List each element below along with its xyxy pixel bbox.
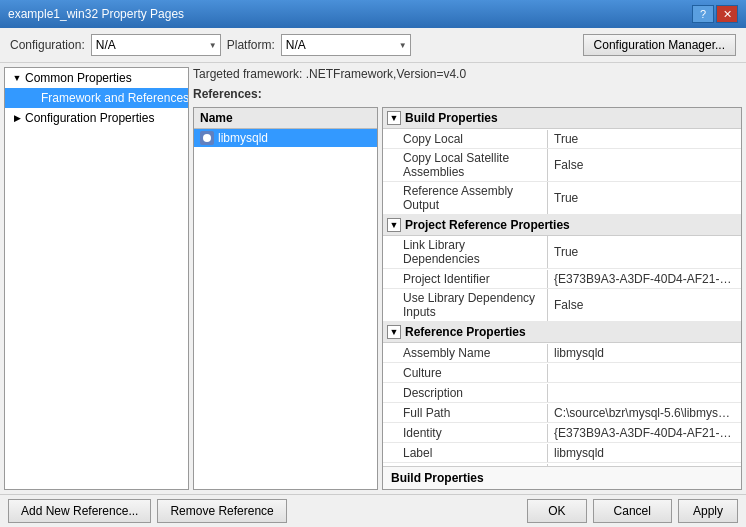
tree-label-config: Configuration Properties xyxy=(25,111,154,125)
tree-expander-common: ▼ xyxy=(9,70,25,86)
prop-value-copy-local: True xyxy=(548,130,741,148)
configuration-select[interactable]: N/A xyxy=(91,34,221,56)
tree-item-config-properties[interactable]: ▶ Configuration Properties xyxy=(5,108,188,128)
tree-expander-config: ▶ xyxy=(9,110,25,126)
references-label: References: xyxy=(193,87,742,101)
add-new-reference-button[interactable]: Add New Reference... xyxy=(8,499,151,523)
bottom-area: Add New Reference... Remove Reference OK… xyxy=(0,494,746,527)
prop-value-link-lib: True xyxy=(548,243,741,261)
title-bar: example1_win32 Property Pages ? ✕ xyxy=(0,0,746,28)
tree-label-common: Common Properties xyxy=(25,71,132,85)
prop-name-link-lib: Link Library Dependencies xyxy=(383,236,548,268)
prop-name-use-lib-dep: Use Library Dependency Inputs xyxy=(383,289,548,321)
ok-button[interactable]: OK xyxy=(527,499,586,523)
tree-expander-framework xyxy=(25,90,41,106)
prop-row-full-path: Full Path C:\source\bzr\mysql-5.6\libmys… xyxy=(383,403,741,423)
section-ref-properties[interactable]: ▼ Reference Properties xyxy=(383,322,741,343)
ref-item-libmysqld[interactable]: libmysqld xyxy=(194,129,377,147)
close-button[interactable]: ✕ xyxy=(716,5,738,23)
properties-panel: ▼ Build Properties Copy Local True Copy … xyxy=(382,107,742,490)
platform-select-wrapper: N/A xyxy=(281,34,411,56)
prop-row-copy-local: Copy Local True xyxy=(383,129,741,149)
prop-name-copy-local: Copy Local xyxy=(383,130,548,148)
prop-value-ref-assembly: True xyxy=(548,189,741,207)
cancel-button[interactable]: Cancel xyxy=(593,499,672,523)
section-toggle-project-ref[interactable]: ▼ xyxy=(387,218,401,232)
section-project-ref[interactable]: ▼ Project Reference Properties xyxy=(383,215,741,236)
ref-item-icon xyxy=(200,131,214,145)
apply-button[interactable]: Apply xyxy=(678,499,738,523)
prop-name-project-id: Project Identifier xyxy=(383,270,548,288)
prop-name-assembly: Assembly Name xyxy=(383,344,548,362)
config-row: Configuration: N/A Platform: N/A Configu… xyxy=(0,28,746,63)
prop-value-project-id: {E373B9A3-A3DF-40D4-AF21-747E8F xyxy=(548,270,741,288)
prop-value-full-path: C:\source\bzr\mysql-5.6\libmysqld\ xyxy=(548,404,741,422)
configuration-label: Configuration: xyxy=(10,38,85,52)
refs-list-header: Name xyxy=(194,108,377,129)
prop-row-assembly-name: Assembly Name libmysqld xyxy=(383,343,741,363)
help-button[interactable]: ? xyxy=(692,5,714,23)
refs-name-column: Name xyxy=(200,111,233,125)
tree-item-common-properties[interactable]: ▼ Common Properties xyxy=(5,68,188,88)
remove-reference-button[interactable]: Remove Reference xyxy=(157,499,286,523)
props-footer: Build Properties xyxy=(383,466,741,489)
ref-item-label: libmysqld xyxy=(218,131,268,145)
prop-row-copy-local-satellite: Copy Local Satellite Assemblies False xyxy=(383,149,741,182)
dialog-buttons: OK Cancel Apply xyxy=(527,499,738,523)
prop-row-project-identifier: Project Identifier {E373B9A3-A3DF-40D4-A… xyxy=(383,269,741,289)
section-title-project-ref: Project Reference Properties xyxy=(405,218,570,232)
right-panel: Targeted framework: .NETFramework,Versio… xyxy=(193,67,742,490)
prop-value-identity: {E373B9A3-A3DF-40D4-AF21-747E8F xyxy=(548,424,741,442)
prop-name-identity: Identity xyxy=(383,424,548,442)
prop-value-use-lib-dep: False xyxy=(548,296,741,314)
refs-list-body[interactable]: libmysqld xyxy=(194,129,377,489)
prop-name-label: Label xyxy=(383,444,548,462)
left-tree-panel: ▼ Common Properties Framework and Refere… xyxy=(4,67,189,490)
platform-label: Platform: xyxy=(227,38,275,52)
window-title: example1_win32 Property Pages xyxy=(8,7,184,21)
props-scroll[interactable]: ▼ Build Properties Copy Local True Copy … xyxy=(383,108,741,466)
prop-value-assembly: libmysqld xyxy=(548,344,741,362)
prop-name-copy-satellite: Copy Local Satellite Assemblies xyxy=(383,149,548,181)
section-title-ref-props: Reference Properties xyxy=(405,325,526,339)
prop-name-description: Description xyxy=(383,384,548,402)
section-build-properties[interactable]: ▼ Build Properties xyxy=(383,108,741,129)
prop-row-description: Description xyxy=(383,383,741,403)
prop-value-culture xyxy=(548,371,741,375)
tree-label-framework: Framework and References xyxy=(41,91,189,105)
prop-row-use-lib-dep-inputs: Use Library Dependency Inputs False xyxy=(383,289,741,322)
prop-row-ref-assembly-output: Reference Assembly Output True xyxy=(383,182,741,215)
prop-row-culture: Culture xyxy=(383,363,741,383)
tree-item-framework-references[interactable]: Framework and References xyxy=(5,88,188,108)
section-toggle-build[interactable]: ▼ xyxy=(387,111,401,125)
framework-label: Targeted framework: .NETFramework,Versio… xyxy=(193,67,742,81)
references-section: References: xyxy=(193,87,742,101)
prop-value-copy-satellite: False xyxy=(548,156,741,174)
prop-value-label: libmysqld xyxy=(548,444,741,462)
prop-name-ref-assembly: Reference Assembly Output xyxy=(383,182,548,214)
references-list: Name libmysqld xyxy=(193,107,378,490)
main-area: ▼ Common Properties Framework and Refere… xyxy=(0,63,746,494)
title-bar-buttons: ? ✕ xyxy=(692,5,738,23)
section-title-build: Build Properties xyxy=(405,111,498,125)
section-toggle-ref-props[interactable]: ▼ xyxy=(387,325,401,339)
configuration-select-wrapper: N/A xyxy=(91,34,221,56)
prop-row-identity: Identity {E373B9A3-A3DF-40D4-AF21-747E8F xyxy=(383,423,741,443)
config-manager-button[interactable]: Configuration Manager... xyxy=(583,34,736,56)
dialog-content: Configuration: N/A Platform: N/A Configu… xyxy=(0,28,746,527)
platform-select[interactable]: N/A xyxy=(281,34,411,56)
prop-name-culture: Culture xyxy=(383,364,548,382)
prop-value-description xyxy=(548,391,741,395)
prop-name-full-path: Full Path xyxy=(383,404,548,422)
prop-row-label: Label libmysqld xyxy=(383,443,741,463)
prop-row-link-lib-deps: Link Library Dependencies True xyxy=(383,236,741,269)
refs-props-area: Name libmysqld ▼ B xyxy=(193,107,742,490)
